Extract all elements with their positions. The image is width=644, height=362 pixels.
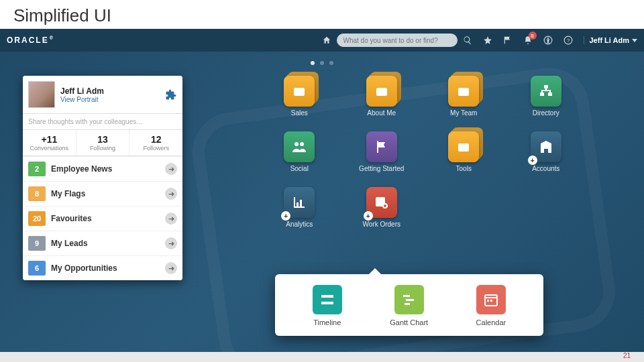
view-portrait-link[interactable]: View Portrait (60, 96, 160, 103)
org-icon (531, 76, 561, 107)
stat-item[interactable]: 13Following (76, 130, 130, 156)
tile-label: Accounts (532, 165, 559, 172)
svg-rect-20 (321, 295, 333, 298)
carousel-dot[interactable] (311, 61, 315, 65)
svg-rect-25 (406, 299, 414, 301)
tile-label: Getting Started (359, 165, 404, 172)
work-orders-popup: TimelineGantt ChartCalendar (275, 274, 543, 336)
svg-rect-9 (548, 93, 552, 96)
svg-rect-6 (458, 88, 469, 96)
carousel-dots (0, 61, 644, 65)
activity-row[interactable]: 20Favourites➜ (23, 206, 182, 231)
svg-rect-14 (545, 145, 547, 146)
row-count-badge: 8 (28, 186, 46, 201)
notification-badge: 8 (529, 32, 537, 40)
stat-label: Conversations (23, 145, 76, 152)
user-menu[interactable]: Jeff Li Adm (584, 36, 638, 44)
row-count-badge: 6 (28, 261, 46, 276)
calendar-icon (476, 285, 506, 314)
row-label: My Leads (51, 239, 160, 248)
svg-rect-16 (297, 202, 299, 206)
stat-value: 12 (129, 134, 182, 145)
app-tile[interactable]: Sales (268, 76, 331, 117)
app-tile[interactable]: Social (268, 131, 331, 172)
activity-row[interactable]: 8My Flags➜ (23, 181, 182, 206)
arrow-right-icon: ➜ (165, 213, 177, 225)
row-count-badge: 2 (28, 162, 46, 176)
svg-point-1 (547, 38, 548, 39)
topbar: ORACLE 8 ? Jeff Li Adm (0, 29, 644, 52)
plus-badge: + (281, 211, 290, 221)
app-tile[interactable]: Tools (433, 131, 495, 172)
chart-icon: + (284, 187, 315, 218)
search-icon[interactable] (460, 33, 475, 48)
tile-label: About Me (367, 109, 396, 117)
app-tile[interactable]: Directory (515, 76, 578, 117)
svg-rect-13 (543, 145, 544, 146)
popup-item[interactable]: Gantt Chart (390, 285, 428, 326)
flag-icon[interactable] (500, 33, 515, 48)
svg-point-11 (300, 142, 304, 146)
svg-rect-8 (540, 93, 544, 96)
tile-label: Directory (533, 109, 559, 117)
tile-label: Analytics (286, 221, 313, 228)
app-tile[interactable]: +Accounts (515, 131, 578, 172)
share-input[interactable]: Share thoughts with your colleagues… (23, 114, 182, 130)
activity-row[interactable]: 2Employee News➜ (23, 156, 182, 181)
username-label: Jeff Li Adm (590, 36, 630, 44)
activity-row[interactable]: 6My Opportunities➜ (23, 255, 182, 280)
stat-item[interactable]: 12Followers (129, 130, 182, 156)
app-tile[interactable]: Getting Started (351, 131, 413, 172)
arrow-right-icon: ➜ (165, 188, 177, 200)
timeline-icon (313, 285, 342, 314)
home-icon[interactable] (319, 33, 334, 48)
stat-item[interactable]: +11Conversations (23, 130, 76, 156)
svg-rect-17 (300, 200, 302, 206)
stat-value: +11 (23, 134, 76, 145)
stats-row: +11Conversations13Following12Followers (23, 130, 182, 156)
stat-label: Following (76, 145, 129, 152)
svg-rect-15 (548, 145, 549, 146)
svg-rect-5 (376, 88, 387, 96)
popup-item[interactable]: Calendar (476, 285, 506, 326)
svg-point-10 (294, 142, 299, 146)
tile-label: Work Orders (363, 221, 401, 228)
svg-point-23 (329, 302, 331, 304)
svg-rect-7 (544, 85, 548, 88)
app-tile[interactable]: +Analytics (268, 187, 331, 228)
row-label: Favourites (51, 214, 160, 223)
app-tile[interactable]: My Team (433, 76, 495, 117)
carousel-dot[interactable] (329, 61, 333, 65)
carousel-dot[interactable] (320, 61, 324, 65)
row-count-badge: 9 (28, 236, 46, 251)
activity-row[interactable]: 9My Leads➜ (23, 231, 182, 255)
row-label: My Flags (51, 189, 160, 198)
tile-label: Tools (456, 165, 472, 172)
star-icon[interactable] (480, 33, 495, 48)
popup-label: Gantt Chart (390, 318, 428, 326)
profile-card: Jeff Li Adm View Portrait Share thoughts… (23, 76, 182, 280)
app-tile[interactable]: About Me (351, 76, 413, 117)
tile-label: Sales (291, 109, 308, 117)
svg-rect-28 (487, 300, 489, 302)
popup-label: Timeline (313, 318, 341, 326)
svg-rect-26 (405, 303, 410, 305)
stat-label: Followers (129, 145, 182, 152)
help-icon[interactable]: ? (561, 33, 576, 48)
building-icon: + (531, 131, 561, 162)
folders-icon (366, 76, 397, 107)
plus-badge: + (364, 211, 373, 221)
puzzle-icon[interactable] (165, 88, 177, 101)
row-label: Employee News (51, 164, 160, 174)
accessibility-icon[interactable] (541, 33, 555, 48)
avatar (28, 81, 55, 108)
page-number: 21 (623, 352, 631, 359)
people-icon (284, 131, 315, 162)
arrow-right-icon: ➜ (165, 237, 177, 249)
popup-item[interactable]: Timeline (313, 285, 342, 326)
profile-name: Jeff Li Adm (60, 86, 160, 96)
bell-icon[interactable]: 8 (521, 33, 535, 48)
search-input[interactable] (337, 34, 458, 47)
app-tile[interactable]: +Work Orders (351, 187, 413, 228)
row-count-badge: 20 (28, 211, 46, 226)
